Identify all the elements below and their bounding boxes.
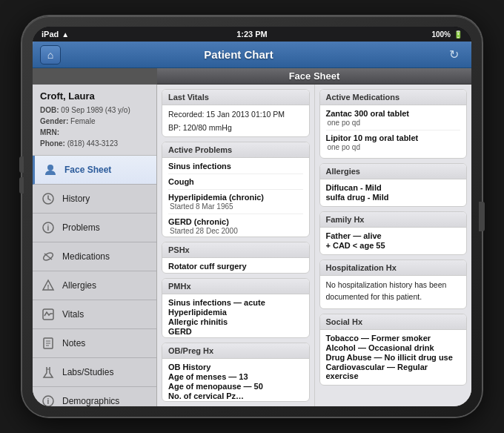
vitals-recorded: Recorded: 15 Jan 2013 01:10 PM: [168, 109, 303, 121]
sidebar: Croft, Laura DOB: 09 Sep 1989 (43 y/o) G…: [33, 85, 157, 406]
patient-name: Croft, Laura: [40, 90, 149, 102]
status-time: 1:23 PM: [236, 30, 268, 39]
section-hospitalization-hx: Hospitalization Hx No hospitalization hi…: [319, 260, 468, 309]
med-2: Lipitor 10 mg oral tablet: [326, 133, 461, 142]
section-active-medications: Active Medications Zantac 300 oral table…: [319, 89, 468, 159]
section-header-active-problems: Active Problems: [162, 142, 309, 158]
nav-item-notes[interactable]: Notes: [33, 329, 156, 358]
pmhx-4: GERD: [168, 327, 303, 336]
nav-item-problems[interactable]: i Problems: [33, 214, 156, 242]
nav-item-allergies[interactable]: ! Allergies: [33, 271, 156, 300]
social-2: Alcohol — Occasional drink: [326, 343, 461, 352]
refresh-icon: ↻: [449, 48, 459, 61]
section-body-last-vitals: Recorded: 15 Jan 2013 01:10 PM BP: 120/8…: [162, 105, 309, 137]
section-body-social-hx: Tobacco — Former smoker Alcohol — Occasi…: [320, 330, 467, 385]
svg-point-0: [47, 165, 53, 171]
section-header-pmhx: PMHx: [162, 279, 309, 294]
nav-item-face-sheet[interactable]: Face Sheet: [33, 156, 156, 185]
problem-3: Hyperlipidemia (chronic): [168, 193, 303, 202]
ipad-label: iPad: [42, 30, 59, 39]
allergy-1: Diflucan - Mild: [326, 183, 461, 192]
nav-item-vitals[interactable]: Vitals: [33, 300, 156, 329]
problems-icon: i: [40, 219, 56, 236]
social-1: Tobacco — Former smoker: [326, 334, 461, 343]
section-body-family-hx: Father — alive + CAD < age 55: [320, 228, 467, 254]
section-ob-preg-hx: OB/Preg Hx OB History Age of menses — 13…: [162, 343, 310, 402]
nav-item-medications[interactable]: Medications: [33, 242, 156, 271]
section-body-active-problems: Sinus infections Cough Hyperlipidemia (c…: [162, 158, 309, 237]
nav-item-labs-studies[interactable]: Labs/Studies: [33, 358, 156, 387]
column-headers: Face Sheet: [33, 68, 471, 85]
section-header-pshx: PSHx: [162, 242, 309, 258]
nav-label-face-sheet: Face Sheet: [64, 165, 111, 175]
battery-label: 100%: [431, 30, 451, 39]
problem-1: Sinus infections: [168, 162, 303, 171]
section-allergies-list: Allergies Diflucan - Mild sulfa drug - M…: [319, 163, 468, 207]
tablet-frame: iPad ▲ 1:23 PM 100% 🔋 ⌂ Patient Chart ↻: [22, 16, 482, 417]
svg-text:i: i: [47, 224, 50, 232]
nav-label-medications: Medications: [62, 251, 110, 262]
mrn-label: MRN:: [40, 128, 59, 136]
section-body-pmhx: Sinus infections — acute Hyperlipidemia …: [162, 294, 309, 337]
section-header-social-hx: Social Hx: [320, 314, 467, 330]
nav-item-history[interactable]: History: [33, 185, 156, 214]
dob-label: DOB: 09 Sep 1989 (43 y/o): [40, 106, 130, 114]
nav-label-labs-studies: Labs/Studies: [62, 367, 113, 377]
social-4: Cardiovascular — Regular exercise: [326, 363, 461, 380]
problem-2: Cough: [168, 177, 303, 186]
section-family-hx: Family Hx Father — alive + CAD < age 55: [319, 211, 468, 255]
app-container: ⌂ Patient Chart ↻ Face Sheet: [33, 42, 471, 406]
section-last-vitals: Last Vitals Recorded: 15 Jan 2013 01:10 …: [162, 89, 310, 137]
problem-4: GERD (chronic): [168, 217, 303, 226]
pmhx-3: Allergic rhinitis: [168, 317, 303, 326]
tablet-screen: iPad ▲ 1:23 PM 100% 🔋 ⌂ Patient Chart ↻: [33, 27, 471, 406]
family-1: Father — alive: [326, 231, 461, 240]
section-body-allergies-list: Diflucan - Mild sulfa drug - Mild: [320, 179, 467, 206]
pshx-1: Rotator cuff surgery: [168, 262, 303, 271]
status-right: 100% 🔋: [431, 30, 462, 39]
section-header-family-hx: Family Hx: [320, 212, 467, 228]
nav-label-demographics: Demographics: [62, 396, 119, 406]
ob-1: OB History: [168, 363, 303, 371]
med-1: Zantac 300 oral tablet: [326, 109, 461, 118]
phone-label: Phone: (818) 443-3123: [40, 139, 118, 148]
face-sheet-right-col: Active Medications Zantac 300 oral table…: [314, 85, 472, 406]
nav-label-vitals: Vitals: [62, 309, 84, 320]
patient-info: Croft, Laura DOB: 09 Sep 1989 (43 y/o) G…: [33, 85, 156, 156]
app-header: ⌂ Patient Chart ↻: [33, 42, 471, 68]
wifi-icon: ▲: [62, 30, 69, 39]
refresh-button[interactable]: ↻: [443, 47, 464, 62]
section-pmhx: PMHx Sinus infections — acute Hyperlipid…: [162, 278, 310, 337]
battery-icon: 🔋: [454, 30, 462, 39]
face-sheet-icon: [42, 162, 59, 178]
status-bar: iPad ▲ 1:23 PM 100% 🔋: [33, 27, 471, 42]
svg-text:i: i: [47, 397, 50, 406]
status-left: iPad ▲: [42, 30, 69, 39]
section-header-allergies-list: Allergies: [320, 164, 467, 179]
nav-label-history: History: [62, 194, 90, 204]
nav-label-allergies: Allergies: [62, 280, 96, 291]
ob-2: Age of menses — 13: [168, 372, 303, 381]
family-2: + CAD < age 55: [326, 241, 461, 250]
section-header-ob-preg-hx: OB/Preg Hx: [162, 343, 309, 359]
main-content: Croft, Laura DOB: 09 Sep 1989 (43 y/o) G…: [33, 85, 471, 406]
patient-details: DOB: 09 Sep 1989 (43 y/o) Gender: Female…: [40, 105, 149, 149]
face-sheet-header-label: Face Sheet: [289, 70, 340, 82]
face-sheet-content: Last Vitals Recorded: 15 Jan 2013 01:10 …: [157, 85, 471, 406]
nav-label-problems: Problems: [62, 222, 100, 233]
nav-item-demographics[interactable]: i Demographics: [33, 387, 156, 406]
face-sheet-left-col: Last Vitals Recorded: 15 Jan 2013 01:10 …: [157, 85, 314, 406]
hospitalization-note: No hospitalization history has been docu…: [326, 280, 461, 303]
labs-icon: [40, 364, 56, 380]
svg-text:!: !: [47, 283, 50, 291]
allergy-2: sulfa drug - Mild: [326, 193, 461, 202]
section-header-hospitalization-hx: Hospitalization Hx: [320, 260, 467, 276]
section-pshx: PSHx Rotator cuff surgery: [162, 242, 310, 274]
social-3: Drug Abuse — No illicit drug use: [326, 353, 461, 362]
gender-label: Gender: Female: [40, 117, 95, 125]
problem-3-sub: Started 8 Mar 1965: [168, 202, 303, 211]
ob-4: No. of cervical Pz…: [168, 391, 303, 400]
notes-icon: [40, 335, 56, 351]
power-button: [479, 202, 485, 231]
history-icon: [40, 191, 56, 207]
